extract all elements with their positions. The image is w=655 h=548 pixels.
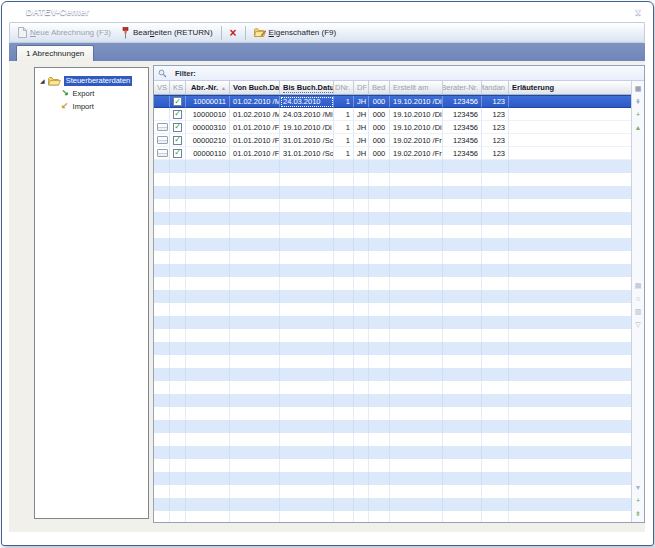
grid-cell-bed[interactable] xyxy=(369,160,390,173)
grid-cell-bed[interactable] xyxy=(369,329,390,342)
grid-cell-abr[interactable] xyxy=(186,355,230,368)
scroll-down-icon[interactable]: ▼ xyxy=(632,481,644,494)
grid-cell-vs[interactable] xyxy=(154,199,170,212)
grid-cell-berater[interactable] xyxy=(443,173,482,186)
grid-cell-bis[interactable]: 31.01.2010 /So xyxy=(280,147,334,160)
grid-cell-abr[interactable] xyxy=(186,186,230,199)
checkbox-checked-icon[interactable]: ✓ xyxy=(173,136,182,145)
grid-cell-bis[interactable] xyxy=(280,160,334,173)
grid-cell-dnr[interactable]: 1 xyxy=(334,147,354,160)
grid-cell-erstellt[interactable] xyxy=(390,212,443,225)
grid-cell-von[interactable] xyxy=(230,498,280,511)
grid-cell-erstellt[interactable] xyxy=(390,368,443,381)
grid-cell-erl[interactable] xyxy=(509,238,631,251)
grid-cell-erstellt[interactable]: 19.10.2010 /Di xyxy=(390,108,443,121)
grid-cell-mandant[interactable] xyxy=(482,342,509,355)
grid-cell-ks[interactable] xyxy=(170,277,186,290)
grid-cell-von[interactable] xyxy=(230,485,280,498)
grid-cell-erl[interactable] xyxy=(509,251,631,264)
grid-cell-mandant[interactable] xyxy=(482,277,509,290)
grid-cell-dnr[interactable] xyxy=(334,511,354,522)
tree-expander-icon[interactable]: ◢ xyxy=(40,78,45,84)
grid-cell-von[interactable] xyxy=(230,225,280,238)
grid-cell-df[interactable] xyxy=(354,407,369,420)
tree-item-export[interactable]: ↘Export xyxy=(35,87,148,100)
grid-cell-dnr[interactable] xyxy=(334,212,354,225)
grid-cell-mandant[interactable] xyxy=(482,394,509,407)
grid-cell-bed[interactable]: 000 xyxy=(369,108,390,121)
grid-cell-erl[interactable] xyxy=(509,96,631,108)
grid-cell-erl[interactable] xyxy=(509,446,631,459)
grid-cell-abr[interactable] xyxy=(186,212,230,225)
grid-cell-berater[interactable] xyxy=(443,459,482,472)
grid-cell-mandant[interactable] xyxy=(482,420,509,433)
grid-cell-df[interactable] xyxy=(354,446,369,459)
grid-cell-ks[interactable] xyxy=(170,173,186,186)
grid-cell-von[interactable] xyxy=(230,186,280,199)
grid-cell-vs[interactable] xyxy=(154,394,170,407)
grid-cell-dnr[interactable] xyxy=(334,303,354,316)
grid-cell-erstellt[interactable]: 19.02.2010 /Fr xyxy=(390,134,443,147)
grid-cell-dnr[interactable] xyxy=(334,498,354,511)
grid-cell-erstellt[interactable] xyxy=(390,277,443,290)
grid-cell-ks[interactable] xyxy=(170,238,186,251)
grid-cell-bed[interactable] xyxy=(369,264,390,277)
grid-cell-df[interactable] xyxy=(354,472,369,485)
grid-cell-bis[interactable] xyxy=(280,433,334,446)
grid-cell-df[interactable]: JH xyxy=(354,147,369,160)
grid-cell-ks[interactable] xyxy=(170,446,186,459)
grid-cell-erl[interactable] xyxy=(509,511,631,522)
grid-cell-bed[interactable] xyxy=(369,290,390,303)
grid-cell-ks[interactable] xyxy=(170,212,186,225)
grid-cell-erstellt[interactable] xyxy=(390,160,443,173)
properties-button[interactable]: Eigenschaften (F9) xyxy=(249,24,342,41)
grid-cell-berater[interactable]: 123456 xyxy=(443,108,482,121)
grid-cell-bis[interactable] xyxy=(280,472,334,485)
grid-cell-vs[interactable] xyxy=(154,316,170,329)
scroll-up-icon[interactable]: ▲ xyxy=(632,121,644,134)
table-row[interactable]: ✓0000021001.01.2010 /Fr31.01.2010 /So1JH… xyxy=(154,134,631,147)
grid-cell-bed[interactable] xyxy=(369,407,390,420)
grid-cell-ks[interactable] xyxy=(170,264,186,277)
grid-cell-erl[interactable] xyxy=(509,121,631,134)
grid-cell-bis[interactable] xyxy=(280,251,334,264)
grid-cell-von[interactable] xyxy=(230,264,280,277)
grid-cell-dnr[interactable] xyxy=(334,342,354,355)
grid-cell-abr[interactable]: 00000210 xyxy=(186,134,230,147)
grid-cell-von[interactable]: 01.02.2010 /Mo xyxy=(230,96,280,108)
grid-cell-bis[interactable] xyxy=(280,407,334,420)
grid-cell-bis[interactable] xyxy=(280,238,334,251)
grid-cell-bed[interactable] xyxy=(369,173,390,186)
grid-cell-abr[interactable]: 00000110 xyxy=(186,147,230,160)
column-header-bed[interactable]: Bed xyxy=(369,81,390,95)
grid-cell-berater[interactable] xyxy=(443,264,482,277)
grid-cell-erstellt[interactable] xyxy=(390,303,443,316)
grid-cell-berater[interactable] xyxy=(443,342,482,355)
grid-cell-erstellt[interactable]: 19.10.2010 /Di xyxy=(390,96,443,108)
grid-cell-df[interactable] xyxy=(354,342,369,355)
column-header-bis[interactable]: Bis Buch.Datum xyxy=(280,81,334,95)
grid-cell-abr[interactable] xyxy=(186,277,230,290)
grid-cell-abr[interactable]: 10000011 xyxy=(186,96,230,108)
grid-cell-vs[interactable] xyxy=(154,342,170,355)
checkbox-checked-icon[interactable]: ✓ xyxy=(173,110,182,119)
grid-cell-bis[interactable] xyxy=(280,277,334,290)
grid-cell-abr[interactable] xyxy=(186,264,230,277)
grid-cell-berater[interactable]: 123456 xyxy=(443,134,482,147)
grid-cell-vs[interactable] xyxy=(154,433,170,446)
column-header-abr[interactable]: Abr.-Nr.▲ xyxy=(186,81,230,95)
grid-cell-df[interactable] xyxy=(354,173,369,186)
insert-row-icon[interactable]: + xyxy=(632,108,644,121)
grid-cell-erl[interactable] xyxy=(509,342,631,355)
grid-cell-dnr[interactable] xyxy=(334,186,354,199)
grid-cell-ks[interactable] xyxy=(170,407,186,420)
grid-cell-berater[interactable] xyxy=(443,160,482,173)
grid-cell-df[interactable] xyxy=(354,433,369,446)
table-row-selected[interactable]: ✓1000001101.02.2010 /Mo24.03.20101JH0001… xyxy=(154,95,631,108)
grid-cell-mandant[interactable] xyxy=(482,368,509,381)
grid-cell-df[interactable] xyxy=(354,316,369,329)
grid-cell-erstellt[interactable] xyxy=(390,420,443,433)
grid-cell-bed[interactable] xyxy=(369,355,390,368)
grid-cell-bed[interactable]: 000 xyxy=(369,96,390,108)
column-header-erstellt[interactable]: Erstellt am xyxy=(390,81,443,95)
